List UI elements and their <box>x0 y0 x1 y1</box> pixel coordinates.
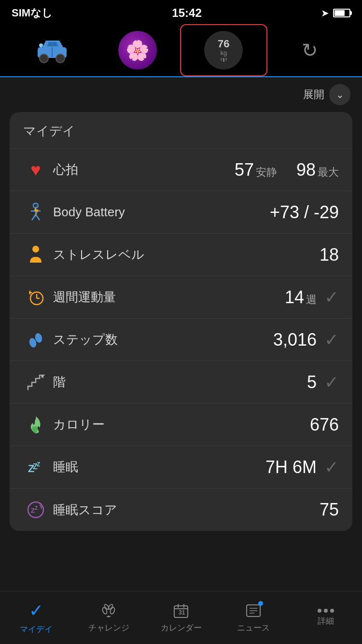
row-sleep[interactable]: Z Z Z 睡眠 7H 6M ✓ <box>10 446 352 489</box>
sleep-score-value: 75 <box>320 500 339 520</box>
row-sleep-score[interactable]: Z Z 睡眠スコア 75 <box>10 489 352 531</box>
expand-button[interactable]: ⌄ <box>329 84 350 105</box>
svg-point-2 <box>56 54 65 63</box>
top-tab-bar: 🌸 76 kg ↻ <box>0 24 362 77</box>
heart-rate-label: 心拍 <box>48 161 235 178</box>
heart-icon: ♥ <box>23 160 48 180</box>
svg-line-9 <box>36 214 40 220</box>
steps-label: ステップ数 <box>48 331 273 348</box>
svg-text:31: 31 <box>179 609 185 616</box>
svg-point-28 <box>110 607 115 615</box>
bottom-nav: ✓ マイデイ チャレンジ 31 カレンダー <box>0 591 362 644</box>
row-steps[interactable]: ステップ数 3,016 ✓ <box>10 319 352 361</box>
tab-lotus[interactable]: 🌸 <box>95 24 181 76</box>
battery-icon <box>333 9 350 17</box>
more-dots-icon <box>318 609 334 613</box>
scale-icon-container: 76 kg <box>204 31 243 70</box>
sleep-score-icon: Z Z <box>23 500 48 519</box>
refresh-icon-container: ↻ <box>291 31 329 70</box>
time-label: 15:42 <box>172 6 201 20</box>
svg-point-11 <box>32 246 39 252</box>
sleep-score-label: 睡眠スコア <box>48 502 320 518</box>
calories-icon <box>23 415 48 434</box>
body-battery-icon <box>23 203 48 222</box>
calendar-icon: 31 <box>172 602 190 619</box>
lotus-icon: 🌸 <box>118 31 157 70</box>
floors-label: 階 <box>48 374 307 391</box>
svg-text:Z: Z <box>35 505 38 511</box>
svg-point-30 <box>108 603 113 610</box>
expand-label: 展開 <box>303 87 324 102</box>
floors-icon <box>23 373 48 392</box>
tab-scale[interactable]: 76 kg <box>180 24 267 76</box>
calendar-label: カレンダー <box>161 622 202 633</box>
car-icon-container <box>33 31 71 70</box>
carrier-label: SIMなし <box>12 6 53 20</box>
nav-calendar[interactable]: 31 カレンダー <box>145 591 217 644</box>
tab-car[interactable] <box>10 24 95 76</box>
body-battery-label: Body Battery <box>48 205 270 220</box>
floors-check: ✓ <box>324 372 339 392</box>
weekly-exercise-value: 14週 <box>285 287 317 308</box>
my-day-check-icon: ✓ <box>29 601 43 621</box>
tab-refresh[interactable]: ↻ <box>267 24 353 76</box>
scale-icon: 76 kg <box>204 31 243 70</box>
nav-news[interactable]: ニュース <box>217 591 290 644</box>
lotus-icon-container: 🌸 <box>118 31 157 70</box>
stress-label: ストレスレベル <box>48 246 320 263</box>
weekly-exercise-check: ✓ <box>324 287 339 308</box>
svg-point-1 <box>40 54 48 63</box>
nav-my-day[interactable]: ✓ マイデイ <box>0 591 72 644</box>
sleep-label: 睡眠 <box>48 459 265 476</box>
nav-challenges[interactable]: チャレンジ <box>72 591 145 644</box>
challenges-icon <box>100 602 117 619</box>
weekly-exercise-label: 週間運動量 <box>48 289 285 306</box>
row-calories[interactable]: カロリー 676 <box>10 404 352 446</box>
stress-icon <box>23 245 48 265</box>
news-label: ニュース <box>237 622 270 633</box>
expand-row: 展開 ⌄ <box>0 77 362 112</box>
calories-label: カロリー <box>48 416 310 433</box>
news-badge <box>258 601 263 606</box>
weekly-exercise-icon <box>23 288 48 307</box>
chevron-down-icon: ⌄ <box>336 89 344 100</box>
status-bar: SIMなし 15:42 ➤ <box>0 0 362 24</box>
battery-fill <box>334 10 345 16</box>
row-body-battery[interactable]: Body Battery +73 / -29 <box>10 191 352 234</box>
steps-value: 3,016 <box>273 330 317 350</box>
sleep-value: 7H 6M <box>265 457 317 477</box>
row-heart-rate[interactable]: ♥ 心拍 57安静 98最大 <box>10 149 352 191</box>
steps-icon <box>23 330 48 350</box>
svg-point-3 <box>39 43 43 47</box>
floors-value: 5 <box>307 372 317 392</box>
car-icon <box>35 36 69 65</box>
nav-more[interactable]: 詳細 <box>290 591 362 644</box>
challenges-label: チャレンジ <box>88 622 129 633</box>
svg-text:Z: Z <box>31 507 35 514</box>
card-header: マイデイ <box>10 112 352 149</box>
stress-value: 18 <box>320 245 339 265</box>
heart-rate-value: 57安静 98最大 <box>235 160 339 180</box>
sleep-icon: Z Z Z <box>23 458 48 477</box>
main-card: マイデイ ♥ 心拍 57安静 98最大 Body Battery <box>10 112 352 531</box>
svg-text:Z: Z <box>37 461 40 468</box>
row-stress[interactable]: ストレスレベル 18 <box>10 234 352 276</box>
body-battery-value: +73 / -29 <box>270 202 339 223</box>
svg-point-27 <box>102 607 108 615</box>
my-day-label: マイデイ <box>20 624 53 635</box>
location-icon: ➤ <box>321 7 329 19</box>
row-weekly-exercise[interactable]: 週間運動量 14週 ✓ <box>10 276 352 319</box>
refresh-icon: ↻ <box>302 39 318 61</box>
more-label: 詳細 <box>318 616 334 627</box>
steps-check: ✓ <box>324 330 339 350</box>
sleep-check: ✓ <box>324 457 339 477</box>
calories-value: 676 <box>310 415 339 435</box>
status-right: ➤ <box>321 7 350 19</box>
row-floors[interactable]: 階 5 ✓ <box>10 361 352 404</box>
